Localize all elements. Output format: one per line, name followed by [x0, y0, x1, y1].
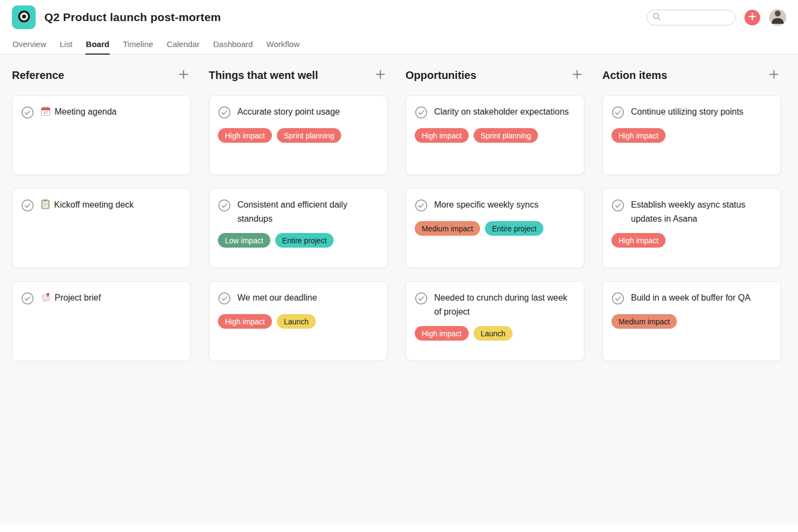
tag-pill: High impact	[218, 128, 272, 143]
tag-row: High impact	[611, 128, 772, 143]
search-box[interactable]	[647, 10, 735, 25]
tab-overview[interactable]: Overview	[12, 35, 47, 55]
task-title: Kickoff meeting deck	[41, 198, 134, 212]
tag-pill: High impact	[611, 233, 666, 248]
tag-row: Low impact Entire project	[218, 233, 378, 248]
header-right	[647, 9, 786, 26]
tab-list[interactable]: List	[59, 35, 73, 55]
tag-pill: Launch	[474, 326, 513, 341]
tag-pill: Entire project	[485, 221, 543, 236]
task-card[interactable]: Clarity on stakeholder expectations High…	[405, 95, 584, 175]
view-tabs: Overview List Board Timeline Calendar Da…	[12, 35, 786, 54]
check-circle-icon	[611, 292, 624, 307]
tag-row: High impact Sprint planning	[415, 128, 575, 143]
check-circle-icon[interactable]	[218, 292, 231, 307]
tag-pill: Low impact	[218, 233, 270, 248]
check-circle-icon[interactable]	[415, 106, 428, 121]
task-title: 17Meeting agenda	[41, 105, 117, 119]
check-circle-icon[interactable]	[218, 199, 231, 214]
board-column-action-items: Action items Continue utilizing story po…	[602, 66, 781, 374]
search-input[interactable]	[664, 14, 729, 22]
task-card[interactable]: 17Meeting agenda	[12, 95, 191, 175]
check-circle-icon	[218, 199, 231, 214]
check-circle-icon[interactable]	[21, 199, 34, 214]
user-avatar	[769, 9, 786, 26]
tab-label: List	[60, 39, 72, 49]
tab-timeline[interactable]: Timeline	[122, 35, 154, 55]
add-task-button[interactable]	[176, 68, 191, 83]
task-title: Establish weekly async status updates in…	[631, 198, 772, 226]
tag-row: High impact	[611, 233, 772, 248]
add-task-button[interactable]	[766, 68, 781, 83]
check-circle-icon[interactable]	[611, 292, 624, 307]
tab-workflow[interactable]: Workflow	[266, 35, 300, 55]
task-card[interactable]: Build in a week of buffer for QA Medium …	[602, 281, 781, 361]
task-title: More specific weekly syncs	[434, 198, 538, 212]
tab-calendar[interactable]: Calendar	[166, 35, 200, 55]
app-logo	[12, 5, 36, 29]
add-task-button[interactable]	[569, 68, 584, 83]
task-title: Clarity on stakeholder expectations	[434, 105, 569, 119]
column-title: Action items	[602, 69, 667, 82]
check-circle-icon	[218, 292, 231, 307]
create-button[interactable]	[744, 10, 760, 25]
check-circle-icon[interactable]	[611, 106, 624, 121]
task-title: Continue utilizing story points	[631, 105, 743, 119]
tab-dashboard[interactable]: Dashboard	[212, 35, 253, 55]
header-top: Q2 Product launch post-mortem	[12, 0, 786, 35]
column-title: Reference	[12, 69, 64, 82]
tag-row: High impact Sprint planning	[218, 128, 378, 143]
tab-label: Timeline	[123, 39, 153, 49]
task-card[interactable]: Project brief	[12, 281, 191, 361]
avatar[interactable]	[769, 9, 786, 26]
tag-row: Medium impact Entire project	[415, 221, 575, 236]
tag-row: High impact Launch	[218, 314, 378, 329]
tag-pill: Medium impact	[415, 221, 480, 236]
target-icon	[17, 10, 31, 25]
board-column-opportunities: Opportunities Clarity on stakeholder exp…	[405, 66, 584, 374]
check-circle-icon[interactable]	[21, 106, 34, 121]
check-circle-icon[interactable]	[415, 199, 428, 214]
tag-pill: High impact	[415, 326, 469, 341]
task-card[interactable]: Needed to crunch during last week of pro…	[405, 281, 584, 361]
tag-row: Medium impact	[611, 314, 772, 329]
task-title: Accurate story point usage	[237, 105, 340, 119]
check-circle-icon	[611, 106, 624, 121]
check-circle-icon[interactable]	[21, 292, 34, 307]
add-task-button[interactable]	[373, 68, 388, 83]
board-column-reference: Reference 17Meeting agenda Kickoff meeti…	[12, 66, 191, 374]
tag-pill: Medium impact	[611, 314, 677, 329]
calendar-icon: 17	[41, 106, 51, 116]
search-icon	[653, 12, 661, 23]
column-title: Things that went well	[209, 69, 318, 82]
task-title: Build in a week of buffer for QA	[631, 291, 750, 305]
task-card[interactable]: We met our deadline High impact Launch	[209, 281, 388, 361]
task-card[interactable]: Accurate story point usage High impact S…	[209, 95, 388, 175]
check-circle-icon[interactable]	[218, 106, 231, 121]
board-column-things-that-went-well: Things that went well Accurate story poi…	[209, 66, 388, 374]
check-circle-icon	[218, 106, 231, 121]
task-title: We met our deadline	[237, 291, 317, 305]
check-circle-icon[interactable]	[415, 292, 428, 307]
task-card[interactable]: Continue utilizing story points High imp…	[602, 95, 781, 175]
horizontal-scrollbar[interactable]	[0, 524, 798, 532]
check-circle-icon	[21, 199, 34, 214]
card-list: Accurate story point usage High impact S…	[209, 95, 388, 361]
card-list: Clarity on stakeholder expectations High…	[405, 95, 584, 361]
tab-board[interactable]: Board	[85, 35, 110, 55]
tag-pill: High impact	[611, 128, 666, 143]
card-list: 17Meeting agenda Kickoff meeting deck Pr…	[12, 95, 191, 361]
tag-pill: Sprint planning	[277, 128, 341, 143]
task-card[interactable]: Kickoff meeting deck	[12, 188, 191, 268]
column-title: Opportunities	[405, 69, 476, 82]
tab-label: Dashboard	[213, 39, 252, 49]
task-title: Consistent and efficient daily standups	[237, 198, 378, 226]
plus-thin-icon	[375, 69, 386, 82]
task-card[interactable]: More specific weekly syncs Medium impact…	[405, 188, 584, 268]
check-circle-icon	[21, 292, 34, 307]
task-card[interactable]: Consistent and efficient daily standups …	[209, 188, 388, 268]
task-card[interactable]: Establish weekly async status updates in…	[602, 188, 781, 268]
check-circle-icon[interactable]	[611, 199, 624, 214]
tab-label: Workflow	[267, 39, 300, 49]
tag-pill: Entire project	[275, 233, 334, 248]
